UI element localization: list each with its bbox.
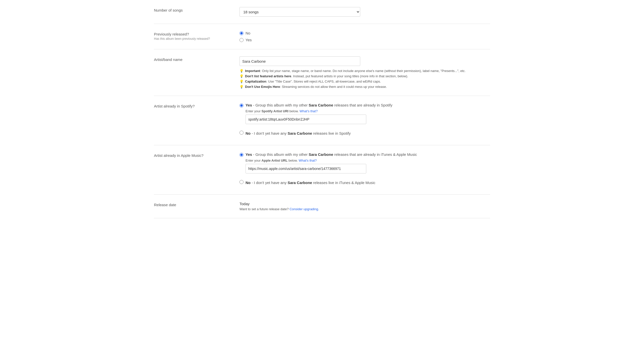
artist-in-apple-music-yes-radio[interactable] (239, 153, 244, 157)
hint-capitalization-text: Capitalization: Use "Title Case". Stores… (245, 80, 381, 83)
spotify-uri-input[interactable] (246, 115, 366, 124)
number-of-songs-label-col: Number of songs (154, 7, 239, 12)
hint-no-emojis-text: Don't Use Emojis Here: Streaming service… (245, 85, 387, 89)
hint-icon-4: 💡 (239, 85, 244, 89)
artist-band-name-row: Artist/band name 💡 Important: Only list … (154, 49, 490, 96)
previously-released-radio-group: No Yes (239, 31, 490, 42)
spotify-uri-label: Enter your Spotify Artist URI below. Wha… (246, 109, 392, 113)
hint-no-featured-text: Don't list featured artists here. Instea… (245, 74, 408, 78)
artist-in-apple-music-row: Artist already in Apple Music? Yes - Gro… (154, 145, 490, 195)
release-date-value: Today (239, 202, 490, 206)
artist-in-spotify-yes-radio[interactable] (239, 103, 244, 107)
artist-in-spotify-no-block: No - I don't yet have any Sara Carbone r… (239, 130, 490, 135)
artist-in-spotify-row: Artist already in Spotify? Yes - Group t… (154, 96, 490, 145)
previously-released-no-label: No (246, 31, 250, 35)
artist-in-apple-music-yes-text: Yes - Group this album with my other Sar… (246, 152, 417, 177)
number-of-songs-select[interactable]: 1 song 2 songs 3 songs 4 songs 5 songs 6… (239, 7, 360, 17)
apple-url-label: Enter your Apple Artist URL below. What'… (246, 159, 417, 162)
hint-capitalization: 💡 Capitalization: Use "Title Case". Stor… (239, 80, 490, 83)
release-date-label-col: Release date (154, 202, 239, 207)
artist-band-name-control: 💡 Important: Only list your name, stage … (239, 56, 490, 89)
artist-band-name-hints: 💡 Important: Only list your name, stage … (239, 69, 490, 89)
previously-released-no-option[interactable]: No (239, 31, 490, 35)
artist-in-spotify-label: Artist already in Spotify? (154, 104, 232, 108)
previously-released-no-radio[interactable] (239, 31, 244, 35)
hint-icon-2: 💡 (239, 74, 244, 78)
artist-in-spotify-yes-text: Yes - Group this album with my other Sar… (246, 103, 392, 128)
artist-in-apple-music-no-text: No - I don't yet have any Sara Carbone r… (246, 180, 375, 185)
release-date-label: Release date (154, 203, 232, 207)
release-date-sub-text: Want to set a future release date? (239, 207, 289, 211)
release-date-sub: Want to set a future release date? Consi… (239, 207, 490, 211)
artist-in-apple-music-no-radio[interactable] (239, 180, 244, 184)
hint-icon-1: 💡 (239, 69, 244, 73)
artist-in-spotify-label-col: Artist already in Spotify? (154, 103, 239, 108)
artist-in-apple-music-label-col: Artist already in Apple Music? (154, 152, 239, 158)
hint-icon-3: 💡 (239, 80, 244, 83)
previously-released-row: Previously released? Has this album been… (154, 24, 490, 49)
artist-in-apple-music-label: Artist already in Apple Music? (154, 153, 232, 158)
artist-in-apple-music-control: Yes - Group this album with my other Sar… (239, 152, 490, 187)
hint-no-featured: 💡 Don't list featured artists here. Inst… (239, 74, 490, 78)
artist-in-spotify-yes-block: Yes - Group this album with my other Sar… (239, 103, 490, 128)
previously-released-label: Previously released? (154, 32, 232, 36)
previously-released-yes-radio[interactable] (239, 38, 244, 42)
artist-in-spotify-no-text: No - I don't yet have any Sara Carbone r… (246, 131, 351, 135)
apple-whats-that-link[interactable]: What's that? (299, 159, 317, 162)
consider-upgrading-link[interactable]: Consider upgrading. (290, 207, 319, 211)
hint-important-text: Important: Only list your name, stage na… (245, 69, 466, 73)
artist-in-apple-music-yes-block: Yes - Group this album with my other Sar… (239, 152, 490, 177)
previously-released-yes-label: Yes (246, 38, 252, 42)
apple-url-section: Enter your Apple Artist URL below. What'… (246, 159, 417, 177)
previously-released-yes-option[interactable]: Yes (239, 38, 490, 42)
number-of-songs-label: Number of songs (154, 8, 232, 12)
spotify-uri-section: Enter your Spotify Artist URI below. Wha… (246, 109, 392, 128)
release-date-control: Today Want to set a future release date?… (239, 202, 490, 211)
previously-released-label-col: Previously released? Has this album been… (154, 31, 239, 41)
apple-url-input[interactable] (246, 164, 366, 173)
artist-band-name-label-col: Artist/band name (154, 56, 239, 62)
artist-in-spotify-no-radio[interactable] (239, 131, 244, 135)
hint-no-emojis: 💡 Don't Use Emojis Here: Streaming servi… (239, 85, 490, 89)
number-of-songs-row: Number of songs 1 song 2 songs 3 songs 4… (154, 0, 490, 24)
artist-in-apple-music-no-block: No - I don't yet have any Sara Carbone r… (239, 179, 490, 185)
hint-important: 💡 Important: Only list your name, stage … (239, 69, 490, 73)
previously-released-sublabel: Has this album been previously released? (154, 37, 210, 41)
artist-band-name-input[interactable] (239, 56, 360, 66)
artist-in-spotify-control: Yes - Group this album with my other Sar… (239, 103, 490, 138)
artist-band-name-label: Artist/band name (154, 57, 232, 62)
release-date-row: Release date Today Want to set a future … (154, 195, 490, 218)
number-of-songs-control: 1 song 2 songs 3 songs 4 songs 5 songs 6… (239, 7, 490, 17)
spotify-whats-that-link[interactable]: What's that? (300, 109, 318, 113)
previously-released-control: No Yes (239, 31, 490, 42)
